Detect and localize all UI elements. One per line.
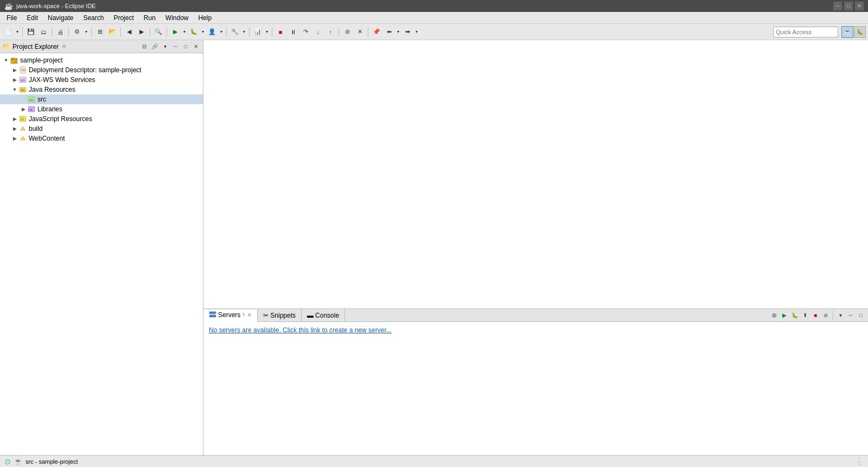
bottom-tab-toolbar: ⊞ ▶ 🐛 ⬆ ■ ⊘ ▾ ─ □ — [769, 311, 868, 320]
save-all-button[interactable]: 🗂 — [37, 26, 49, 38]
stop-button[interactable]: ■ — [275, 26, 286, 38]
arrow-jax[interactable]: ▶ — [11, 77, 18, 83]
refactor-dropdown[interactable]: ▾ — [84, 26, 89, 38]
external-tools-dropdown[interactable]: ▾ — [241, 26, 247, 38]
arrow-dd[interactable]: ▶ — [11, 67, 18, 73]
run-button[interactable]: ▶ — [169, 26, 181, 38]
new-server-btn[interactable]: ⊞ — [769, 311, 779, 320]
debug-perspective-btn[interactable]: 🐛 — [854, 26, 866, 38]
pe-close-btn[interactable]: ✕ — [191, 42, 201, 52]
project-explorer-close-x[interactable]: ✕ — [62, 43, 66, 49]
print-button[interactable]: 🖨 — [54, 26, 66, 38]
menu-bar: File Edit Navigate Search Project Run Wi… — [0, 12, 868, 24]
collapse-all-btn[interactable]: ⊟ — [139, 42, 149, 52]
stop-server-btn[interactable]: ■ — [810, 311, 820, 320]
new-button[interactable]: 📄 — [2, 26, 14, 38]
start-server-btn[interactable]: ▶ — [780, 311, 789, 320]
pe-minimize-btn[interactable]: ─ — [170, 42, 180, 52]
menu-file[interactable]: File — [2, 13, 21, 23]
arrow-libraries[interactable]: ▶ — [20, 106, 27, 112]
menu-navigate[interactable]: Navigate — [43, 13, 78, 23]
open-previous-dropdown[interactable]: ▾ — [395, 26, 401, 38]
pe-view-menu-btn[interactable]: ▾ — [160, 42, 170, 52]
project-explorer-toolbar: ⊟ 🔗 ▾ ─ □ ✕ — [139, 42, 201, 52]
profile-button[interactable]: 👤 — [206, 26, 218, 38]
arrow-js-resources[interactable]: ▶ — [11, 116, 18, 122]
step-over-button[interactable]: ↷ — [299, 26, 311, 38]
console-tab-icon: ▬ — [307, 312, 314, 319]
save-button[interactable]: 💾 — [25, 26, 37, 38]
disconnect-server-btn[interactable]: ⊘ — [821, 311, 831, 320]
tree-item-libraries[interactable]: ▶ Lib Libraries — [0, 104, 203, 114]
refactor-button[interactable]: ⚙ — [71, 26, 83, 38]
menu-search[interactable]: Search — [79, 13, 108, 23]
label-build: build — [29, 125, 42, 132]
close-button[interactable]: ✕ — [855, 2, 864, 10]
toolbar-sep-4 — [91, 27, 92, 37]
search-button[interactable]: 🔍 — [152, 26, 164, 38]
status-right-separator: ⋮ — [855, 456, 864, 466]
tree-item-src[interactable]: src src — [0, 94, 203, 104]
prev-edit-button[interactable]: ◀ — [123, 26, 135, 38]
debug-dropdown[interactable]: ▾ — [200, 26, 206, 38]
menu-help[interactable]: Help — [194, 13, 216, 23]
pe-maximize-btn[interactable]: □ — [181, 42, 190, 52]
java-perspective-btn[interactable]: ☕ — [841, 26, 853, 38]
quick-access-input[interactable] — [773, 27, 838, 37]
menu-window[interactable]: Window — [161, 13, 193, 23]
tree-item-jax-ws[interactable]: ▶ WS JAX-WS Web Services — [0, 75, 203, 85]
menu-edit[interactable]: Edit — [22, 13, 42, 23]
minimize-button[interactable]: ─ — [833, 2, 842, 10]
arrow-sample-project[interactable]: ▼ — [2, 58, 10, 63]
status-project-text: src - sample-project — [25, 458, 78, 465]
pin-editor-button[interactable]: 📌 — [371, 26, 382, 38]
tab-console[interactable]: ▬ Console — [302, 309, 345, 321]
link-with-editor-btn[interactable]: 🔗 — [150, 42, 159, 52]
tree-item-webcontent[interactable]: ▶ WebContent — [0, 134, 203, 143]
tree-item-deployment-descriptor[interactable]: ▶ DD Deployment Descriptor: sample-proje… — [0, 65, 203, 75]
tree-item-javascript-resources[interactable]: ▶ JS JavaScript Resources — [0, 114, 203, 124]
coverage-dropdown[interactable]: ▾ — [264, 26, 270, 38]
maximize-button[interactable]: □ — [844, 2, 853, 10]
profile-dropdown[interactable]: ▾ — [219, 26, 224, 38]
bp-maximize[interactable]: □ — [856, 311, 866, 320]
remove-all-terminated-button[interactable]: ✕ — [354, 26, 366, 38]
skip-all-breakpoints-button[interactable]: ⊘ — [341, 26, 353, 38]
next-edit-button[interactable]: ▶ — [136, 26, 148, 38]
debug-server-btn[interactable]: 🐛 — [790, 311, 800, 320]
bp-minimize[interactable]: ─ — [846, 311, 856, 320]
tree-item-sample-project[interactable]: ▼ J sample-project — [0, 55, 203, 65]
suspend-button[interactable]: ⏸ — [287, 26, 299, 38]
coverage-button[interactable]: 📊 — [252, 26, 264, 38]
publish-server-btn[interactable]: ⬆ — [800, 311, 810, 320]
arrow-java-resources[interactable]: ▼ — [11, 87, 18, 92]
open-previous-button[interactable]: ⬅ — [383, 26, 395, 38]
tab-servers-close[interactable]: ✕ — [247, 312, 252, 318]
menu-run[interactable]: Run — [139, 13, 160, 23]
project-explorer-title: Project Explorer — [12, 43, 59, 51]
menu-project[interactable]: Project — [109, 13, 138, 23]
open-type-button[interactable]: ⊞ — [94, 26, 106, 38]
open-next-dropdown[interactable]: ▾ — [414, 26, 419, 38]
arrow-webcontent[interactable]: ▶ — [11, 136, 18, 141]
step-return-button[interactable]: ↑ — [324, 26, 336, 38]
arrow-build[interactable]: ▶ — [11, 126, 18, 131]
external-tools-button[interactable]: 🔧 — [229, 26, 241, 38]
run-dropdown[interactable]: ▾ — [182, 26, 187, 38]
step-into-button[interactable]: ↓ — [312, 26, 324, 38]
bp-view-menu[interactable]: ▾ — [835, 311, 845, 320]
open-resource-button[interactable]: 📂 — [106, 26, 118, 38]
tab-snippets[interactable]: ✂ Snippets — [258, 309, 302, 321]
new-dropdown[interactable]: ▾ — [15, 26, 20, 38]
tab-console-label: Console — [315, 312, 339, 319]
toolbar-sep-6 — [150, 27, 150, 37]
servers-tab-icon — [209, 311, 216, 320]
debug-button[interactable]: 🐛 — [188, 26, 200, 38]
create-server-link[interactable]: No servers are available. Click this lin… — [209, 326, 392, 334]
tab-servers[interactable]: Servers ⁵ ✕ — [203, 310, 258, 322]
bottom-panel: Servers ⁵ ✕ ✂ Snippets ▬ Console ⊞ ▶ — [203, 308, 868, 455]
tree-item-java-resources[interactable]: ▼ JR Java Resources — [0, 85, 203, 94]
tree-item-build[interactable]: ▶ build — [0, 124, 203, 134]
svg-text:DD: DD — [21, 68, 26, 72]
open-next-button[interactable]: ➡ — [401, 26, 413, 38]
